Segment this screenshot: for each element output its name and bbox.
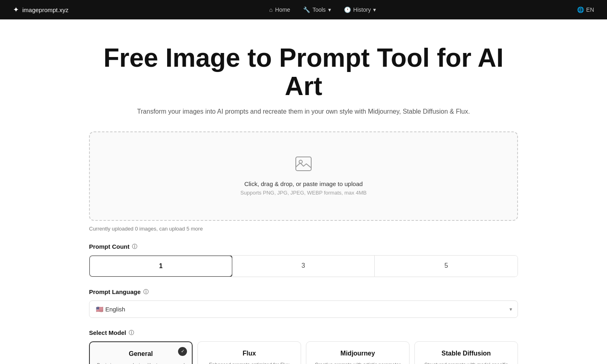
select-model-help-icon[interactable]: ⓘ [129,329,134,336]
nav-history[interactable]: 🕐 History ▾ [344,6,376,13]
home-icon: ⌂ [269,6,272,13]
nav-language[interactable]: 🌐 EN [577,6,594,13]
count-option-1[interactable]: 1 [89,255,233,277]
model-midjourney-name: Midjourney [313,350,403,357]
model-stable-diffusion-name: Stable Diffusion [421,350,511,357]
nav-tools[interactable]: 🔧 Tools ▾ [303,6,331,13]
model-card-midjourney[interactable]: Midjourney Creative prompts with artisti… [306,341,410,364]
model-stable-diffusion-desc: Structured prompts with model-specific s… [421,361,511,364]
upload-sub-text: Supports PNG, JPG, JPEG, WEBP formats, m… [240,190,367,196]
prompt-language-section: Prompt Language ⓘ [89,288,518,296]
nav-home-label: Home [275,6,290,13]
model-flux-desc: Enhanced prompts optimized for Flux [204,361,294,364]
prompt-count-options: 1 3 5 [89,255,518,277]
model-selected-check: ✓ [178,347,187,356]
logo-icon: ✦ [13,5,19,14]
upload-icon [295,157,312,175]
language-label: EN [586,6,594,13]
page-subtitle: Transform your images into AI prompts an… [89,108,518,115]
tools-dropdown-icon: ▾ [328,6,331,13]
prompt-language-label: Prompt Language [89,288,141,295]
nav-brand-group: ✦ imageprompt.xyz [13,5,68,14]
prompt-language-help-icon[interactable]: ⓘ [143,288,149,296]
select-model-label: Select Model [89,329,126,336]
language-select-wrapper: 🇺🇸 English 🇪🇸 Spanish 🇫🇷 French 🇩🇪 Germa… [89,301,518,318]
model-card-flux[interactable]: Flux Enhanced prompts optimized for Flux [197,341,301,364]
select-model-section: Select Model ⓘ [89,329,518,336]
model-general-desc: Basic image analysis with strong general… [96,362,185,364]
main-content: Free Image to Prompt Tool for AI Art Tra… [81,19,526,364]
model-flux-name: Flux [204,350,294,357]
upload-status: Currently uploaded 0 images, can upload … [89,226,518,232]
model-card-stable-diffusion[interactable]: Stable Diffusion Structured prompts with… [414,341,518,364]
history-dropdown-icon: ▾ [373,6,376,13]
model-grid: ✓ General Basic image analysis with stro… [89,341,518,364]
upload-dropzone[interactable]: Click, drag & drop, or paste image to up… [89,131,518,221]
page-title: Free Image to Prompt Tool for AI Art [89,44,518,101]
globe-icon: 🌐 [577,6,584,13]
language-select[interactable]: 🇺🇸 English 🇪🇸 Spanish 🇫🇷 French 🇩🇪 Germa… [89,301,518,318]
brand-name: imageprompt.xyz [22,6,68,13]
svg-rect-0 [296,157,311,171]
nav-home[interactable]: ⌂ Home [269,6,290,13]
model-midjourney-desc: Creative prompts with artistic parameter… [313,361,403,364]
nav-tools-label: Tools [312,6,326,13]
prompt-count-section: Prompt Count ⓘ [89,243,518,250]
prompt-count-label: Prompt Count [89,243,129,250]
model-general-name: General [96,350,185,358]
model-card-general[interactable]: ✓ General Basic image analysis with stro… [89,341,193,364]
nav-history-label: History [353,6,371,13]
navbar: ✦ imageprompt.xyz ⌂ Home 🔧 Tools ▾ 🕐 His… [0,0,607,19]
nav-center-links: ⌂ Home 🔧 Tools ▾ 🕐 History ▾ [269,6,376,13]
upload-main-text: Click, drag & drop, or paste image to up… [244,180,363,187]
count-option-3[interactable]: 3 [232,256,375,277]
count-option-5[interactable]: 5 [375,256,518,277]
tools-icon: 🔧 [303,6,310,13]
prompt-count-help-icon[interactable]: ⓘ [132,243,137,250]
history-icon: 🕐 [344,6,351,13]
